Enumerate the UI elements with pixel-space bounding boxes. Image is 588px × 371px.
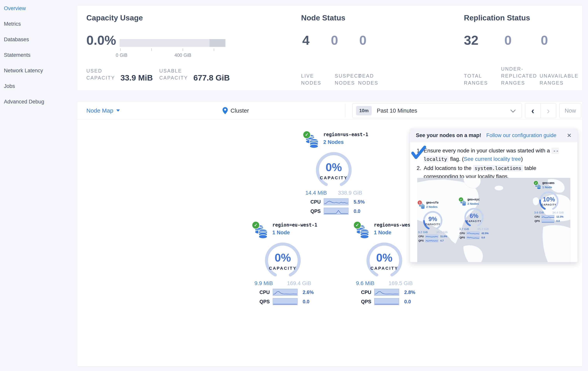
total-ranges-count: 32 (464, 33, 479, 48)
capacity-arc-percent: 6% (458, 213, 490, 219)
under-replicated-count: 0 (504, 33, 512, 48)
qps-value: 0.0 (404, 299, 411, 305)
nodes-count-link[interactable]: 2 Nodes (426, 205, 438, 208)
cpu-label: CPU (260, 289, 273, 295)
capacity-arc-gauge: 0% CAPACITY (252, 241, 314, 279)
sidebar-item-metrics[interactable]: Metrics (0, 16, 77, 32)
gauge-tick-label-400: 400 GiB (175, 52, 191, 58)
step-number: 2. (417, 164, 421, 172)
qps-sparkline (467, 236, 480, 239)
nodes-count-link[interactable]: 2 Nodes (323, 139, 368, 145)
popup-instructions: 1.Ensure every node in your cluster was … (410, 142, 578, 181)
close-icon[interactable]: ✕ (567, 132, 572, 139)
qps-sparkline (425, 239, 438, 242)
capacity-arc-percent: 0% (252, 251, 314, 264)
cpu-label: CPU (310, 199, 324, 205)
locality-name: region=eu-west-1 (272, 222, 317, 228)
live-nodes-count: 4 (302, 33, 309, 48)
gauge-tick (183, 48, 183, 51)
cpu-value: 12.3% (556, 215, 564, 218)
total-capacity: 35.1 GiB (436, 230, 448, 234)
nodes-count-link[interactable]: 1 Node (272, 230, 317, 236)
node-map-preview-image: 1 geo=sfo 2 Nodes 9% CAPACI (417, 178, 570, 262)
capacity-arc-label: CAPACITY (353, 266, 415, 271)
capacity-arc-label: CAPACITY (417, 223, 448, 226)
locality-name: geo=sfo (426, 201, 438, 204)
node-map-toolbar: Node Map Cluster 10m Past 10 Minutes ‹ ›… (77, 102, 582, 120)
node-status-title: Node Status (301, 14, 346, 22)
view-mode-dropdown[interactable]: Node Map (86, 102, 120, 120)
used-capacity: 9.6 MiB (356, 280, 374, 286)
time-step-buttons: ‹ › (525, 103, 556, 118)
total-ranges-label: TOTAL RANGES (464, 72, 488, 86)
capacity-arc-label: CAPACITY (458, 220, 490, 223)
sidebar-item-databases[interactable]: Databases (0, 32, 77, 47)
qps-value: 4.7 (440, 239, 444, 242)
capacity-arc-percent: 9% (417, 216, 448, 223)
cpu-label: CPU (535, 215, 542, 218)
code-system-locations: system.locations (473, 165, 523, 172)
time-next-button[interactable]: › (541, 103, 556, 118)
capacity-arc-gauge: 10% CAPACITY (533, 191, 565, 210)
node-healthy-icon: ✓ (533, 180, 538, 186)
breadcrumb[interactable]: Cluster (222, 102, 249, 120)
capacity-arc-gauge: 6% CAPACITY (458, 207, 490, 227)
capacity-usage-title: Capacity Usage (86, 14, 143, 22)
used-capacity: 3.2 GiB (418, 230, 428, 234)
locality-tree-link[interactable]: See current locality tree (464, 156, 521, 162)
node-card-us-east-1: ✓ region=us-east-1 2 Nodes 0% CAPACITY 1… (303, 132, 365, 215)
cpu-label: CPU (361, 289, 374, 295)
total-capacity: 34.4 GiB (552, 211, 564, 214)
qps-label: QPS (260, 299, 273, 305)
time-range-badge: 10m (356, 106, 372, 115)
dead-nodes-label: DEAD NODES (358, 72, 378, 86)
time-now-button[interactable]: Now (559, 103, 581, 118)
qps-sparkline (374, 298, 399, 305)
sidebar-item-statements[interactable]: Statements (0, 47, 77, 63)
capacity-gauge-reserved (210, 39, 225, 47)
unavailable-label: UNAVAILABLE RANGES (540, 72, 578, 86)
configuration-guide-link[interactable]: Follow our configuration guide (486, 133, 556, 138)
sidebar-item-network-latency[interactable]: Network Latency (0, 63, 77, 78)
sidebar-item-overview[interactable]: Overview (0, 0, 77, 16)
under-replicated-label: UNDER- REPLICATED RANGES (501, 65, 537, 86)
node-healthy-icon: ✓ (458, 197, 463, 202)
qps-label: QPS (310, 208, 324, 214)
mini-node-card-sfo: 1 geo=sfo 2 Nodes 9% CAPACI (417, 201, 448, 242)
mini-node-card-nyc: ✓ geo=nyc 2 Nodes 6% CAPACI (458, 198, 490, 239)
step-done-check-icon (410, 145, 427, 160)
cpu-sparkline (425, 235, 438, 238)
node-healthy-icon: ✓ (353, 221, 361, 229)
capacity-percent: 0.0% (86, 33, 116, 48)
time-prev-button[interactable]: ‹ (525, 103, 541, 118)
used-capacity: 14.4 MiB (305, 190, 327, 196)
dead-nodes-count: 0 (359, 33, 367, 48)
nodes-count-link[interactable]: 1 Node (542, 186, 555, 189)
cpu-label: CPU (460, 232, 467, 235)
qps-value: 0.0 (556, 219, 560, 222)
time-range-label: Past 10 Minutes (377, 108, 511, 114)
locality-name: region=us-east-1 (323, 132, 368, 137)
time-range-select[interactable]: 10m Past 10 Minutes (352, 103, 522, 118)
cluster-summary-panel: Capacity Usage 0.0% 0 GiB 400 GiB USED C… (77, 5, 583, 91)
cpu-value: 2.6% (303, 289, 314, 295)
node-card-us-west-1: ✓ region=us-west-1 1 Node 0% CAPACITY 9.… (353, 222, 415, 305)
step-text: ) (521, 156, 523, 162)
mini-node-card-ams: ✓ geo=ams 1 Node 10% CAPACI (533, 181, 565, 223)
step-text: Add locations to the (424, 165, 473, 171)
cpu-sparkline (324, 198, 348, 205)
node-error-badge: 1 (417, 200, 422, 205)
node-card-eu-west-1: ✓ region=eu-west-1 1 Node 0% CAPACITY 9.… (252, 222, 314, 305)
capacity-arc-gauge: 9% CAPACITY (417, 210, 448, 230)
capacity-gauge (120, 39, 225, 47)
capacity-arc-gauge: 0% CAPACITY (303, 151, 365, 189)
sidebar: Overview Metrics Databases Statements Ne… (0, 0, 77, 371)
step-text: Ensure every node in your cluster was st… (424, 148, 551, 154)
sidebar-item-jobs[interactable]: Jobs (0, 78, 77, 94)
capacity-arc-percent: 10% (533, 196, 565, 203)
sidebar-item-advanced-debug[interactable]: Advanced Debug (0, 94, 77, 110)
live-nodes-label: LIVE NODES (301, 72, 321, 86)
used-capacity: 3.6 GiB (534, 211, 544, 214)
suspect-nodes-label: SUSPECT NODES (335, 72, 362, 86)
nodes-count-link[interactable]: 2 Nodes (467, 202, 480, 205)
